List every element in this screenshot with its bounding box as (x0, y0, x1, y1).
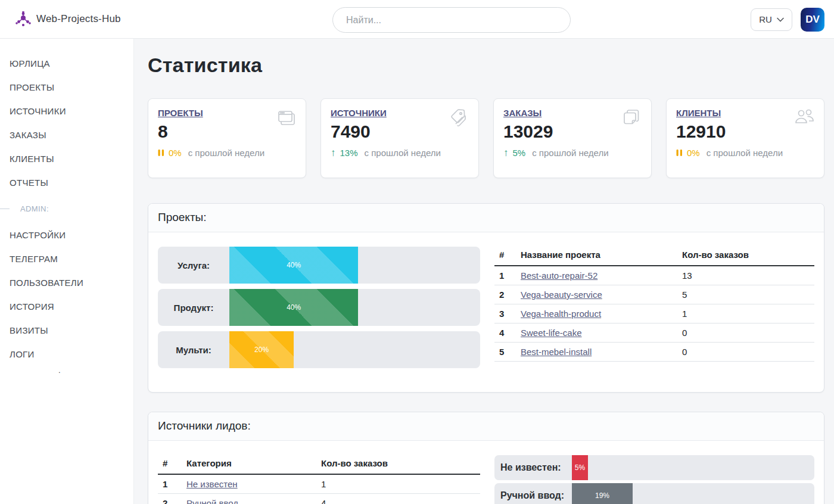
sidebar-section-label: ADMIN: (0, 203, 133, 214)
row-number: 1 (158, 474, 182, 494)
bar-label: Мульти: (158, 331, 229, 368)
bar-value-label: 20% (254, 346, 269, 354)
row-orders: 1 (316, 474, 480, 494)
row-name-cell: Best-mebel-install (516, 343, 677, 362)
row-number: 3 (494, 304, 516, 323)
table-row: 1Best-auto-repair-5213 (494, 266, 814, 285)
row-link[interactable]: Vega-health-product (521, 309, 601, 319)
stat-card-delta: 0%с прошлой недели (676, 148, 814, 158)
projects-bars-chart: Услуга:40%Продукт:40%Мульти:20% (158, 247, 480, 368)
row-link[interactable]: Best-auto-repair-52 (521, 270, 598, 281)
stat-card-delta-value: 0% (687, 148, 700, 158)
trend-up-icon: ↑ (503, 148, 509, 158)
row-name-cell: Vega-beauty-service (516, 285, 677, 304)
stat-card-delta: ↑13%с прошлой недели (331, 148, 469, 158)
stat-card-link[interactable]: ЗАКАЗЫ (503, 108, 542, 118)
bar-row: Не известен:5% (494, 455, 814, 480)
bar-fill: 19% (572, 483, 633, 504)
stat-card-delta: ↑5%с прошлой недели (503, 148, 642, 158)
table-row: 3Vega-health-product1 (494, 304, 814, 323)
sidebar-item-визиты[interactable]: ВИЗИТЫ (0, 318, 133, 342)
sidebar-item-клиенты[interactable]: КЛИЕНТЫ (0, 147, 133, 170)
stat-card-delta-note: с прошлой недели (188, 148, 264, 158)
language-value: RU (759, 14, 772, 24)
bar-value-label: 5% (575, 463, 585, 472)
lead-sources-panel-title: Источники лидов: (148, 412, 824, 441)
table-row: 2Vega-beauty-service5 (494, 285, 814, 304)
sidebar-item-пользователи[interactable]: ПОЛЬЗОВАТЕЛИ (0, 270, 133, 294)
stat-card-link[interactable]: ПРОЕКТЫ (158, 108, 203, 118)
row-link[interactable]: Sweet-life-cake (521, 328, 582, 338)
pages-icon (621, 107, 643, 131)
row-name-cell: Ручной ввод (182, 494, 316, 504)
row-orders: 13 (677, 266, 814, 285)
bar-row: Ручной ввод:19% (494, 483, 814, 504)
row-link[interactable]: Vega-beauty-service (521, 290, 602, 300)
sidebar-item-логи[interactable]: ЛОГИ (0, 342, 133, 366)
brand-title: Web-Projects-Hub (36, 13, 121, 25)
table-header-2: Кол-во заказов (677, 247, 814, 266)
bar-value-label: 40% (287, 261, 301, 269)
brand[interactable]: Web-Projects-Hub (15, 11, 121, 27)
sidebar-item-телеграм[interactable]: ТЕЛЕГРАМ (0, 247, 133, 270)
bar-row: Продукт:40% (158, 289, 480, 326)
bar-fill: 20% (229, 331, 294, 368)
people-icon (793, 107, 816, 130)
row-link[interactable]: Best-mebel-install (521, 347, 592, 357)
table-header-2: Кол-во заказов (316, 455, 480, 474)
sidebar-item-настройки[interactable]: НАСТРОЙКИ (0, 223, 133, 247)
stat-card-link[interactable]: ИСТОЧНИКИ (331, 108, 387, 118)
row-name-cell: Sweet-life-cake (516, 323, 677, 343)
stat-card-клиенты: КЛИЕНТЫ129100%с прошлой недели (666, 98, 824, 178)
bar-label: Услуга: (158, 247, 229, 284)
bar-label: Не известен: (494, 455, 572, 480)
trend-flat-icon (158, 149, 164, 157)
stat-card-delta-note: с прошлой недели (365, 148, 441, 158)
row-link[interactable]: Ручной ввод (186, 498, 238, 504)
stat-card-link[interactable]: КЛИЕНТЫ (676, 108, 721, 118)
projects-table: #Название проектаКол-во заказов 1Best-au… (494, 247, 814, 362)
row-name-cell: Не известен (182, 474, 316, 494)
trend-flat-icon (676, 149, 683, 157)
bar-row: Услуга:40% (158, 247, 480, 284)
sidebar-stray-dot: . (0, 366, 133, 375)
table-row: 4Sweet-life-cake0 (494, 323, 814, 343)
bar-row: Мульти:20% (158, 331, 480, 368)
lead-sources-table: #КатегорияКол-во заказов 1Не известен12Р… (158, 455, 480, 504)
stat-cards-row: ПРОЕКТЫ80%с прошлой неделиИСТОЧНИКИ7490↑… (148, 98, 824, 178)
table-header-1: Название проекта (516, 247, 677, 266)
bar-value-label: 19% (595, 491, 609, 500)
table-header-1: Категория (182, 455, 316, 474)
sidebar-main-nav: ЮРЛИЦАПРОЕКТЫИСТОЧНИКИЗАКАЗЫКЛИЕНТЫОТЧЕТ… (0, 51, 133, 194)
tag-icon (449, 107, 470, 131)
language-selector[interactable]: RU (751, 8, 792, 31)
sidebar-item-проекты[interactable]: ПРОЕКТЫ (0, 75, 133, 99)
avatar[interactable]: DV (801, 8, 824, 32)
lead-sources-panel: Источники лидов: #КатегорияКол-во заказо… (148, 412, 824, 504)
stat-card-delta: 0%с прошлой недели (158, 148, 296, 158)
row-orders: 0 (677, 323, 814, 343)
stat-card-delta-value: 5% (513, 148, 526, 158)
sidebar-item-источники[interactable]: ИСТОЧНИКИ (0, 99, 133, 123)
sidebar-admin-nav: НАСТРОЙКИТЕЛЕГРАМПОЛЬЗОВАТЕЛИИСТОРИЯВИЗИ… (0, 223, 133, 366)
stat-card-заказы: ЗАКАЗЫ13029↑5%с прошлой недели (493, 98, 652, 178)
lead-sources-bars-chart: Не известен:5%Ручной ввод:19% (494, 455, 814, 504)
stat-card-источники: ИСТОЧНИКИ7490↑13%с прошлой недели (320, 98, 479, 178)
browser-window-icon (276, 107, 297, 131)
bar-fill: 5% (572, 455, 588, 480)
search-input[interactable] (332, 7, 571, 33)
sidebar-item-заказы[interactable]: ЗАКАЗЫ (0, 123, 133, 147)
main-content: Статистика ПРОЕКТЫ80%с прошлой неделиИСТ… (134, 39, 834, 504)
sidebar: ЮРЛИЦАПРОЕКТЫИСТОЧНИКИЗАКАЗЫКЛИЕНТЫОТЧЕТ… (0, 39, 134, 504)
sidebar-item-отчеты[interactable]: ОТЧЕТЫ (0, 170, 133, 194)
row-number: 2 (494, 285, 516, 304)
sidebar-item-юрлица[interactable]: ЮРЛИЦА (0, 51, 133, 75)
top-header: Web-Projects-Hub RU DV (0, 0, 834, 39)
stat-card-delta-note: с прошлой недели (707, 148, 783, 158)
sidebar-item-история[interactable]: ИСТОРИЯ (0, 294, 133, 318)
table-row: 2Ручной ввод4 (158, 494, 480, 504)
bar-fill: 40% (229, 289, 358, 326)
row-number: 1 (494, 266, 516, 285)
stat-card-delta-note: с прошлой недели (532, 148, 608, 158)
row-link[interactable]: Не известен (186, 479, 238, 489)
